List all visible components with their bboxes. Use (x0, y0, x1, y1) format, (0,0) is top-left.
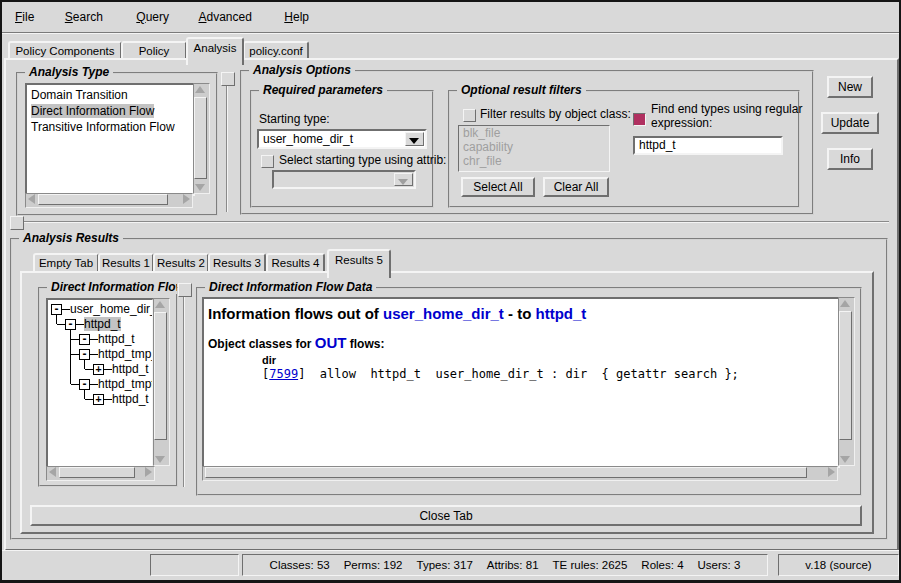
data-hscrollbar[interactable] (202, 466, 838, 481)
menu-help[interactable]: Help (275, 2, 318, 24)
tree-node[interactable]: user_home_dir_t (70, 302, 154, 316)
tree-hscrollbar[interactable] (46, 466, 155, 481)
results-tab-4[interactable]: Results 4 (266, 253, 325, 273)
object-classes-line: Object classes for OUT flows: (208, 334, 838, 351)
scroll-up-icon[interactable] (840, 300, 850, 307)
object-class-name: dir (262, 354, 838, 366)
tree-expand-toggle[interactable]: - (65, 319, 76, 330)
pane-sash[interactable] (226, 85, 228, 212)
combo-dropdown-button (394, 173, 413, 186)
tree-connector (85, 369, 93, 370)
regex-input[interactable]: httpd_t (633, 136, 783, 155)
tree-node-selected[interactable]: httpd_t (84, 317, 121, 331)
tree-data-sash-handle[interactable] (178, 283, 192, 297)
starting-type-label: Starting type: (259, 112, 330, 126)
tree-expand-toggle[interactable]: + (93, 364, 104, 375)
analysis-type-vscrollbar[interactable] (193, 83, 210, 194)
tree-connector (90, 354, 98, 355)
scroll-thumb[interactable] (839, 311, 852, 440)
tree-node[interactable]: httpd_tmpfs_t (98, 377, 154, 391)
scroll-left-icon[interactable] (49, 467, 56, 477)
list-item: blk_file (459, 126, 609, 140)
required-parameters-frame: Required parameters (250, 90, 434, 208)
tree-connector (56, 314, 57, 324)
scroll-down-icon[interactable] (195, 184, 205, 191)
menu-advanced[interactable]: Advanced (189, 2, 260, 24)
info-button[interactable]: Info (827, 148, 873, 170)
tree-expand-toggle[interactable]: - (51, 304, 62, 315)
analysis-type-hscrollbar[interactable] (25, 193, 193, 208)
data-vscrollbar[interactable] (838, 297, 855, 466)
tree-connector (76, 324, 84, 325)
pane-sash-handle[interactable] (221, 72, 235, 86)
menu-query[interactable]: Query (127, 2, 178, 24)
status-bar: Classes: 53 Perms: 192 Types: 317 Attrib… (2, 550, 899, 579)
scroll-up-icon[interactable] (155, 301, 165, 308)
results-tab-3[interactable]: Results 3 (208, 253, 266, 273)
tree-expand-toggle[interactable]: - (79, 349, 90, 360)
menu-search[interactable]: Search (56, 2, 112, 24)
results-sash[interactable] (23, 221, 889, 223)
tab-analysis[interactable]: Analysis (186, 37, 244, 65)
scroll-thumb[interactable] (59, 467, 135, 478)
results-tab-1[interactable]: Results 1 (98, 253, 154, 273)
analysis-options-title: Analysis Options (249, 63, 355, 77)
object-class-checkbox[interactable] (463, 109, 476, 122)
scroll-thumb[interactable] (205, 467, 807, 478)
tree-vscrollbar[interactable] (153, 298, 170, 466)
tree-node[interactable]: httpd_t (112, 392, 149, 406)
stat-perms: Perms: 192 (344, 559, 403, 571)
target-type: httpd_t (536, 305, 587, 322)
regex-label-line1: Find end types using regular (651, 102, 802, 116)
required-parameters-title: Required parameters (259, 83, 387, 97)
list-item: chr_file (459, 154, 609, 168)
tree-expand-toggle[interactable]: - (79, 334, 90, 345)
menu-file[interactable]: File (6, 2, 43, 24)
starting-type-combobox[interactable]: user_home_dir_t (257, 129, 427, 149)
results-tab-empty[interactable]: Empty Tab (33, 253, 99, 273)
list-item[interactable]: Direct Information Flow (27, 103, 193, 119)
tree-data-sash[interactable] (183, 295, 185, 487)
scroll-down-icon[interactable] (155, 456, 165, 463)
scroll-right-icon[interactable] (145, 467, 152, 477)
clear-all-button[interactable]: Clear All (543, 177, 609, 197)
status-panel-empty (150, 554, 239, 576)
scroll-left-icon[interactable] (28, 194, 35, 204)
attrib-checkbox[interactable] (261, 155, 274, 168)
chevron-down-icon (409, 138, 419, 144)
results-sash-handle[interactable] (10, 216, 24, 230)
update-button[interactable]: Update (821, 112, 879, 134)
object-class-label: Filter results by object class: (480, 107, 631, 121)
new-button[interactable]: New (827, 76, 873, 98)
scroll-down-icon[interactable] (840, 456, 850, 463)
tree-expand-toggle[interactable]: - (79, 379, 90, 390)
results-tab-2[interactable]: Results 2 (153, 253, 209, 273)
list-item[interactable]: Domain Transition (27, 87, 193, 103)
regex-checkbox[interactable] (633, 113, 646, 126)
close-tab-button[interactable]: Close Tab (30, 505, 862, 526)
chevron-down-icon (398, 179, 408, 185)
select-all-button[interactable]: Select All (461, 177, 535, 197)
tree-node[interactable]: httpd_tmp_t (98, 347, 154, 361)
list-item[interactable]: Transitive Information Flow (27, 119, 193, 135)
rule-line: [7599] allow httpd_t user_home_dir_t : d… (262, 367, 838, 381)
tree-node[interactable]: httpd_t (98, 332, 135, 346)
scroll-thumb[interactable] (38, 194, 168, 205)
analysis-results-title: Analysis Results (19, 231, 123, 245)
scroll-right-icon[interactable] (183, 194, 190, 204)
scroll-up-icon[interactable] (195, 86, 205, 93)
scroll-thumb[interactable] (194, 97, 207, 179)
results-tab-5[interactable]: Results 5 (327, 249, 391, 278)
stat-roles: Roles: 4 (641, 559, 683, 571)
menu-separator (2, 32, 899, 34)
scroll-right-icon[interactable] (828, 467, 835, 477)
tree-expand-toggle[interactable]: + (93, 394, 104, 405)
tree-connector (104, 399, 112, 400)
flow-tree: - - - - + - + user_home_dir_t httpd_t ht… (46, 298, 154, 468)
tree-node[interactable]: httpd_t (112, 362, 149, 376)
combo-dropdown-button[interactable] (405, 132, 424, 146)
scroll-thumb[interactable] (154, 312, 167, 440)
flow-data-textarea[interactable]: Information flows out of user_home_dir_t… (202, 297, 840, 468)
rule-number-link[interactable]: 7599 (269, 367, 298, 381)
tree-connector (90, 339, 98, 340)
